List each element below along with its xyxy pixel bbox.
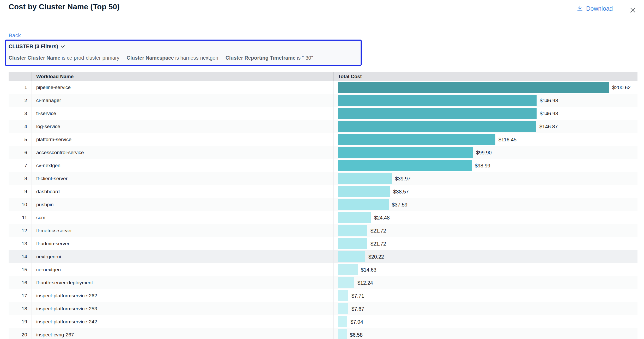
workload-name: scm	[32, 211, 333, 224]
cost-value-label: $98.99	[475, 163, 490, 169]
table-row[interactable]: 20 inspect-cvng-267 $6.58	[9, 328, 637, 339]
workload-name-column-header: Workload Name	[32, 72, 333, 81]
cost-value-label: $99.90	[476, 150, 492, 156]
row-rank: 9	[9, 185, 32, 198]
total-cost-column-header: Total Cost	[333, 72, 637, 81]
table-row[interactable]: 15 ce-nextgen $14.63	[9, 263, 637, 276]
cost-value-label: $146.93	[540, 111, 558, 117]
total-cost-cell: $12.24	[333, 276, 637, 289]
workload-name: inspect-platformservice-253	[32, 302, 333, 315]
workload-name: cv-nextgen	[32, 159, 333, 172]
filter-items: Cluster Cluster Name is ce-prod-cluster-…	[9, 55, 357, 61]
chevron-down-icon	[60, 45, 65, 48]
cost-value-label: $21.72	[370, 228, 386, 234]
cost-value-label: $12.24	[357, 280, 373, 286]
total-cost-cell: $24.48	[333, 211, 637, 224]
cost-value-label: $21.72	[370, 241, 386, 247]
filter-summary-toggle[interactable]: CLUSTER (3 Filters)	[9, 43, 65, 49]
total-cost-cell: $21.72	[333, 224, 637, 237]
row-rank: 10	[9, 198, 32, 211]
table-body: 1 pipeline-service $200.62 2 ci-manager …	[9, 81, 637, 339]
cost-bar	[338, 134, 495, 145]
cost-bar	[338, 199, 389, 210]
cost-bar	[338, 225, 367, 236]
row-rank: 5	[9, 133, 32, 146]
row-rank: 12	[9, 224, 32, 237]
total-cost-cell: $37.59	[333, 198, 637, 211]
cost-bar	[338, 186, 390, 197]
cost-value-label: $39.97	[395, 176, 411, 182]
total-cost-cell: $146.93	[333, 107, 637, 120]
total-cost-cell: $39.97	[333, 172, 637, 185]
table-row[interactable]: 9 dashboard $38.57	[9, 185, 637, 198]
total-cost-cell: $21.72	[333, 237, 637, 250]
cost-value-label: $7.67	[351, 306, 364, 312]
rank-column-header	[9, 72, 32, 81]
table-row[interactable]: 10 pushpin $37.59	[9, 198, 637, 211]
row-rank: 3	[9, 107, 32, 120]
table-row[interactable]: 4 log-service $146.87	[9, 120, 637, 133]
cost-value-label: $200.62	[612, 85, 631, 91]
workload-name: ti-service	[32, 107, 333, 120]
row-rank: 19	[9, 315, 32, 328]
table-row[interactable]: 19 inspect-platformservice-242 $7.04	[9, 315, 637, 328]
filter-item-namespace[interactable]: Cluster Namespace is harness-nextgen	[127, 55, 218, 61]
workload-name: accesscontrol-service	[32, 146, 333, 159]
row-rank: 1	[9, 81, 32, 94]
total-cost-cell: $6.58	[333, 328, 637, 339]
download-icon	[577, 5, 583, 12]
row-rank: 2	[9, 94, 32, 107]
total-cost-cell: $146.98	[333, 94, 637, 107]
download-label: Download	[586, 5, 613, 12]
table-row[interactable]: 3 ti-service $146.93	[9, 107, 637, 120]
workload-name: dashboard	[32, 185, 333, 198]
filter-item-cluster-name[interactable]: Cluster Cluster Name is ce-prod-cluster-…	[9, 55, 119, 61]
workload-name: platform-service	[32, 133, 333, 146]
total-cost-cell: $14.63	[333, 263, 637, 276]
download-button[interactable]: Download	[577, 5, 613, 12]
row-rank: 16	[9, 276, 32, 289]
cost-bar	[338, 251, 365, 262]
cost-bar	[338, 329, 347, 339]
total-cost-cell: $38.57	[333, 185, 637, 198]
cost-table: Workload Name Total Cost 1 pipeline-serv…	[9, 72, 637, 339]
table-row[interactable]: 16 ff-auth-server-deployment $12.24	[9, 276, 637, 289]
total-cost-cell: $98.99	[333, 159, 637, 172]
total-cost-cell: $7.04	[333, 315, 637, 328]
table-row[interactable]: 8 ff-client-server $39.97	[9, 172, 637, 185]
back-link[interactable]: Back	[9, 32, 21, 39]
cost-value-label: $146.98	[540, 98, 558, 104]
cost-value-label: $24.48	[374, 215, 390, 221]
table-row[interactable]: 17 inspect-platformservice-262 $7.71	[9, 289, 637, 302]
workload-name: inspect-platformservice-262	[32, 289, 333, 302]
row-rank: 20	[9, 328, 32, 339]
workload-name: pushpin	[32, 198, 333, 211]
table-row[interactable]: 11 scm $24.48	[9, 211, 637, 224]
cost-bar	[338, 316, 347, 327]
table-row[interactable]: 18 inspect-platformservice-253 $7.67	[9, 302, 637, 315]
cost-bar	[338, 212, 371, 223]
total-cost-cell: $7.67	[333, 302, 637, 315]
workload-name: inspect-cvng-267	[32, 328, 333, 339]
table-row[interactable]: 5 platform-service $116.45	[9, 133, 637, 146]
cost-bar	[338, 95, 537, 106]
table-row[interactable]: 6 accesscontrol-service $99.90	[9, 146, 637, 159]
table-row[interactable]: 1 pipeline-service $200.62	[9, 81, 637, 94]
cost-bar	[338, 264, 358, 275]
table-row[interactable]: 13 ff-admin-server $21.72	[9, 237, 637, 250]
cost-bar	[338, 147, 473, 158]
page-title: Cost by Cluster Name (Top 50)	[9, 3, 120, 11]
row-rank: 4	[9, 120, 32, 133]
workload-name: pipeline-service	[32, 81, 333, 94]
cost-bar	[338, 108, 537, 119]
row-rank: 13	[9, 237, 32, 250]
table-row[interactable]: 2 ci-manager $146.98	[9, 94, 637, 107]
filter-item-reporting-timeframe[interactable]: Cluster Reporting Timeframe is "-30"	[226, 55, 313, 61]
close-button[interactable]	[628, 6, 637, 15]
table-row[interactable]: 7 cv-nextgen $98.99	[9, 159, 637, 172]
row-rank: 11	[9, 211, 32, 224]
table-row[interactable]: 14 next-gen-ui $20.22	[9, 250, 637, 263]
filter-summary-label: CLUSTER (3 Filters)	[9, 43, 58, 49]
cost-bar	[338, 82, 609, 93]
table-row[interactable]: 12 ff-metrics-server $21.72	[9, 224, 637, 237]
